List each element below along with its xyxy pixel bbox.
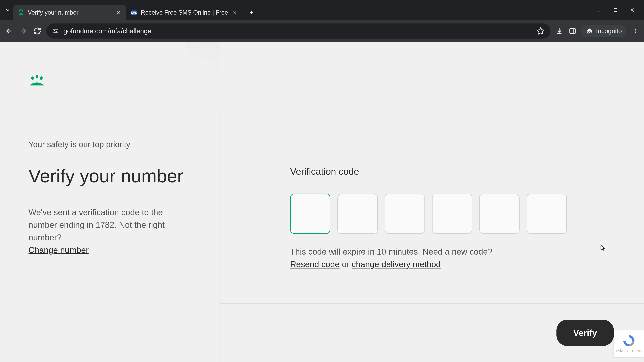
description-text: We've sent a verification code to the nu… — [28, 208, 165, 242]
tab-close-button[interactable]: × — [232, 9, 238, 16]
footer-bar: Verify — [220, 303, 644, 362]
minimize-button[interactable] — [594, 5, 604, 15]
svg-point-12 — [54, 29, 55, 30]
resend-code-link[interactable]: Resend code — [290, 260, 340, 269]
sms-favicon-icon: SMS — [130, 9, 138, 16]
verify-button[interactable]: Verify — [556, 320, 614, 346]
svg-point-14 — [56, 32, 57, 33]
help-text: This code will expire in 10 minutes. Nee… — [290, 246, 627, 271]
reload-button[interactable] — [32, 26, 42, 36]
tune-icon — [52, 27, 59, 35]
code-digit-2[interactable] — [338, 194, 378, 234]
downloads-button[interactable] — [554, 26, 564, 36]
recaptcha-icon — [622, 334, 636, 348]
svg-text:SMS: SMS — [131, 11, 137, 14]
code-digit-6[interactable] — [526, 194, 567, 234]
incognito-label: Incognito — [596, 27, 622, 35]
maximize-icon — [613, 7, 618, 13]
change-number-link[interactable]: Change number — [28, 245, 89, 255]
bookmark-button[interactable] — [536, 26, 546, 36]
verification-code-label: Verification code — [290, 166, 627, 177]
new-tab-button[interactable]: + — [246, 7, 256, 17]
back-button[interactable] — [4, 26, 14, 36]
maximize-button[interactable] — [610, 5, 620, 15]
svg-point-22 — [635, 29, 636, 30]
incognito-badge[interactable]: Incognito — [581, 25, 626, 37]
chevron-down-icon — [5, 7, 11, 13]
page-content: Your safety is our top priority Verify y… — [0, 42, 644, 362]
forward-button — [18, 26, 28, 36]
close-window-button[interactable] — [627, 5, 637, 15]
recaptcha-footer-text: Privacy - Terms — [616, 349, 642, 353]
svg-rect-6 — [614, 8, 617, 12]
star-icon — [537, 27, 545, 35]
download-icon — [555, 27, 563, 35]
gofundme-favicon-icon — [18, 9, 24, 16]
incognito-icon — [586, 27, 593, 35]
svg-point-19 — [588, 31, 589, 33]
change-delivery-method-link[interactable]: change delivery method — [352, 260, 441, 269]
svg-point-27 — [40, 76, 43, 80]
more-vert-icon — [632, 28, 638, 34]
toolbar: gofundme.com/mfa/challenge Incognito — [0, 20, 644, 42]
tab-title: Verify your number — [28, 9, 111, 16]
svg-point-2 — [22, 10, 23, 11]
logo-icon — [28, 75, 45, 85]
site-info-button[interactable] — [51, 27, 59, 35]
page-title: Verify your number — [28, 166, 203, 186]
gofundme-logo[interactable] — [28, 75, 203, 86]
side-panel-button[interactable] — [568, 26, 577, 36]
tab-verify-number[interactable]: Verify your number × — [14, 5, 126, 20]
code-digit-5[interactable] — [479, 194, 520, 234]
url-text: gofundme.com/mfa/challenge — [64, 27, 532, 35]
or-text: or — [340, 260, 352, 269]
svg-point-26 — [36, 75, 38, 78]
arrow-left-icon — [5, 27, 13, 35]
recaptcha-badge[interactable]: Privacy - Terms — [614, 330, 644, 357]
close-icon — [629, 7, 635, 13]
search-tabs-button[interactable] — [3, 5, 13, 15]
tab-title: Receive Free SMS Online | Free — [141, 9, 228, 16]
code-inputs-group — [290, 194, 627, 234]
tab-receive-sms[interactable]: SMS Receive Free SMS Online | Free × — [126, 5, 242, 20]
tab-bar: Verify your number × SMS Receive Free SM… — [0, 0, 644, 20]
menu-button[interactable] — [630, 26, 640, 36]
svg-point-25 — [31, 76, 34, 80]
reload-icon — [33, 27, 41, 35]
svg-point-24 — [635, 32, 636, 33]
code-digit-3[interactable] — [385, 194, 425, 234]
code-digit-1[interactable] — [290, 194, 330, 234]
svg-marker-15 — [537, 28, 544, 34]
description: We've sent a verification code to the nu… — [28, 206, 190, 256]
expiry-text: This code will expire in 10 minutes. Nee… — [290, 247, 492, 256]
minimize-icon — [596, 7, 602, 13]
code-digit-4[interactable] — [432, 194, 472, 234]
left-panel: Your safety is our top priority Verify y… — [0, 42, 220, 362]
svg-point-20 — [590, 31, 592, 33]
svg-point-1 — [20, 9, 22, 11]
svg-rect-17 — [570, 28, 575, 33]
arrow-right-icon — [19, 27, 27, 35]
address-bar[interactable]: gofundme.com/mfa/challenge — [46, 23, 550, 38]
svg-point-23 — [635, 30, 636, 31]
tab-close-button[interactable]: × — [115, 9, 122, 16]
subtitle: Your safety is our top priority — [28, 140, 203, 149]
svg-point-0 — [19, 10, 20, 11]
panel-icon — [569, 27, 576, 35]
